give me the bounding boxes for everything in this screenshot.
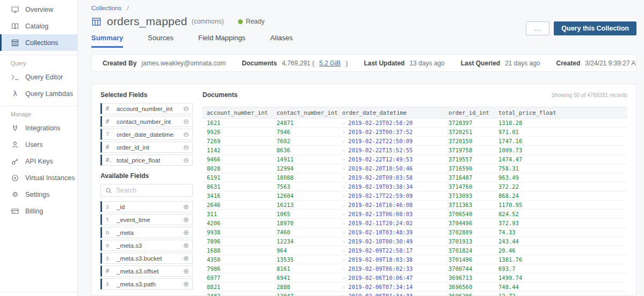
- field-search-input[interactable]: [116, 187, 188, 194]
- remove-field-button[interactable]: ⊖: [183, 105, 189, 112]
- field-name: order_id_int: [117, 144, 183, 151]
- add-field-button[interactable]: ⊕: [183, 216, 189, 223]
- expand-row-icon[interactable]: ›: [342, 129, 345, 135]
- cell-order-date: ›2019-02-10T00:30:49: [338, 237, 444, 246]
- cell-total-price-float: 243.44: [494, 237, 627, 246]
- expand-row-icon[interactable]: ›: [342, 183, 345, 190]
- header-actions: ... Query this Collection: [526, 21, 636, 35]
- expand-row-icon[interactable]: ›: [342, 193, 345, 199]
- expand-row-icon[interactable]: ›: [342, 229, 345, 235]
- tab-aliases[interactable]: Aliases: [270, 34, 293, 48]
- add-field-button[interactable]: ⊕: [183, 255, 189, 262]
- selected-field-total-price-float[interactable]: #.total_price_float⊖: [100, 154, 193, 166]
- add-field-button[interactable]: ⊕: [183, 203, 189, 210]
- add-field-button[interactable]: ⊕: [183, 268, 189, 275]
- sidebar-item-users[interactable]: Users: [0, 136, 77, 153]
- expand-row-icon[interactable]: ›: [342, 174, 345, 181]
- available-field--id[interactable]: s_id⊕: [100, 201, 193, 212]
- billing-icon: [11, 207, 19, 216]
- sidebar-item-integrations[interactable]: Integrations: [0, 120, 77, 136]
- add-field-button[interactable]: ⊕: [183, 229, 189, 236]
- sidebar-item-settings[interactable]: ⚙Settings: [0, 186, 77, 203]
- tab-summary[interactable]: Summary: [91, 34, 123, 48]
- query-this-collection-button[interactable]: Query this Collection: [554, 21, 636, 35]
- available-field--meta-s3[interactable]: o_meta.s3⊕: [100, 240, 193, 251]
- documents-table: account_number_intcontact_number_intorde…: [202, 107, 627, 296]
- available-field--meta-s3-path[interactable]: s_meta.s3.path⊕: [100, 278, 193, 290]
- available-field--event-time[interactable]: t_event_time⊕: [100, 214, 193, 225]
- cell-contact-number-int: 7602: [272, 137, 338, 146]
- grid-icon: [11, 39, 19, 47]
- add-field-button[interactable]: ⊕: [183, 242, 189, 249]
- available-field--meta[interactable]: o_meta⊕: [100, 227, 193, 238]
- expand-row-icon[interactable]: ›: [342, 138, 345, 144]
- expand-row-icon[interactable]: ›: [342, 147, 345, 153]
- field-name: _id: [117, 204, 183, 210]
- key-icon: [11, 157, 19, 166]
- sidebar-item-overview[interactable]: Overview: [0, 1, 77, 18]
- sidebar-item-label: Integrations: [25, 124, 60, 132]
- remove-field-button[interactable]: ⊖: [183, 157, 189, 164]
- selected-field-order-id-int[interactable]: #order_id_int⊖: [100, 142, 193, 153]
- sidebar-item-label: API Keys: [25, 158, 53, 165]
- remove-field-button[interactable]: ⊖: [183, 144, 189, 151]
- expand-row-icon[interactable]: ›: [342, 165, 345, 172]
- expand-row-icon[interactable]: ›: [342, 256, 345, 263]
- fields-panel: Selected Fields #account_number_int⊖#con…: [100, 91, 193, 288]
- search-icon: [105, 187, 112, 194]
- remove-field-button[interactable]: ⊖: [183, 118, 189, 125]
- meta-link-documents[interactable]: 5.2 GiB: [319, 60, 341, 67]
- selected-field-contact-number-int[interactable]: #contact_number_int⊖: [100, 116, 193, 127]
- add-field-button[interactable]: ⊕: [183, 280, 189, 287]
- field-name: _meta.s3.offset: [117, 268, 183, 275]
- more-actions-button[interactable]: ...: [526, 21, 549, 35]
- cell-contact-number-int: 8161: [272, 264, 338, 273]
- cell-value: 2019-02-17T22:59:09: [348, 193, 413, 199]
- sidebar-item-api-keys[interactable]: API Keys: [0, 153, 77, 169]
- expand-row-icon[interactable]: ›: [342, 202, 345, 208]
- column-header-contact-number-int: contact_number_int: [272, 107, 338, 119]
- expand-row-icon[interactable]: ›: [342, 238, 345, 245]
- meta-label: Created: [556, 60, 581, 67]
- table-row: 86317563›2019-02-19T03:38:343714760372.2…: [202, 182, 627, 191]
- cell-total-price-float: 1474.47: [494, 155, 627, 164]
- expand-row-icon[interactable]: ›: [342, 156, 345, 162]
- selected-fields-title: Selected Fields: [100, 91, 193, 99]
- expand-row-icon[interactable]: ›: [342, 284, 345, 290]
- meta-last-updated: Last Updated13 days ago: [364, 60, 444, 67]
- selected-field-order-date-datetime[interactable]: ?order_date_datetime⊖: [100, 129, 193, 140]
- expand-row-icon[interactable]: ›: [342, 265, 345, 272]
- expand-row-icon[interactable]: ›: [342, 211, 345, 217]
- cell-account-number-int: 9926: [202, 128, 272, 137]
- available-field--meta-s3-bucket[interactable]: s_meta.s3.bucket⊕: [100, 253, 193, 264]
- remove-field-button[interactable]: ⊖: [183, 131, 189, 138]
- table-row: 619118088›2019-02-20T09:03:583716487963.…: [202, 173, 627, 182]
- cell-order-date: ›2019-02-10T03:48:39: [338, 228, 444, 237]
- sidebar-item-query-editor[interactable]: Query Editor: [0, 69, 77, 85]
- selected-field-account-number-int[interactable]: #account_number_int⊖: [100, 103, 193, 114]
- meta-label: Last Queried: [461, 60, 500, 67]
- cell-total-price-float: 20.46: [494, 246, 627, 255]
- cell-total-price-float: 963.49: [494, 173, 627, 182]
- field-type-badge: #: [106, 144, 117, 150]
- expand-row-icon[interactable]: ›: [342, 120, 345, 126]
- breadcrumb-collections-link[interactable]: Collections: [91, 5, 121, 11]
- cell-account-number-int: 9938: [202, 228, 272, 237]
- meta-label: Created By: [103, 60, 136, 67]
- sidebar-item-collections[interactable]: Collections: [0, 34, 77, 51]
- cell-contact-number-int: 7946: [272, 128, 338, 137]
- tab-sources[interactable]: Sources: [148, 34, 173, 48]
- cell-order-date: ›2019-02-09T22:58:17: [338, 246, 444, 255]
- expand-row-icon[interactable]: ›: [342, 247, 345, 254]
- sidebar-item-query-lambdas[interactable]: λQuery Lambdas: [0, 85, 77, 102]
- expand-row-icon[interactable]: ›: [342, 293, 345, 296]
- sidebar-item-billing[interactable]: Billing: [0, 203, 77, 219]
- tab-field-mappings[interactable]: Field Mappings: [198, 34, 245, 48]
- sidebar-item-virtual-instances[interactable]: Virtual Instances: [0, 169, 77, 186]
- available-field--meta-s3-offset[interactable]: #_meta.s3.offset⊕: [100, 265, 193, 277]
- cell-order-date: ›2019-02-09T18:03:38: [338, 255, 444, 264]
- expand-row-icon[interactable]: ›: [342, 275, 345, 281]
- expand-row-icon[interactable]: ›: [342, 220, 345, 226]
- sidebar-item-catalog[interactable]: Catalog: [0, 18, 77, 34]
- cell-account-number-int: 6191: [202, 173, 272, 182]
